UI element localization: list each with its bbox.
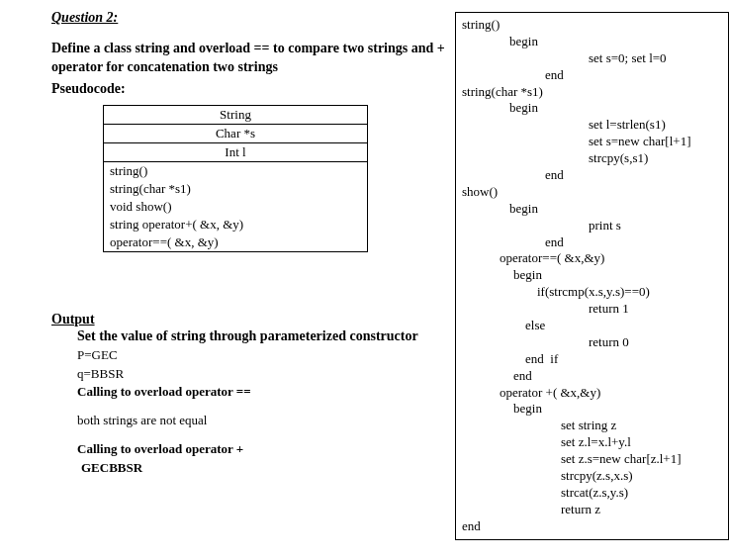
code-line: begin (462, 267, 722, 284)
code-line: string() (462, 17, 722, 34)
left-column: Question 2: Define a class string and ov… (0, 10, 455, 540)
code-line: show() (462, 184, 722, 201)
class-method: void show() (104, 198, 368, 216)
code-line: return 0 (462, 334, 722, 351)
code-panel: string() begin set s=0; set l=0 end stri… (455, 12, 729, 540)
code-line: end if (462, 351, 722, 368)
code-line: string(char *s1) (462, 84, 722, 101)
code-line: operator +( &x,&y) (462, 385, 722, 402)
output-call-plus: Calling to overload operator + (77, 440, 447, 459)
class-method: string operator+( &x, &y) (104, 216, 368, 233)
class-method: string() (104, 161, 368, 180)
class-method: operator==( &x, &y) (104, 233, 368, 252)
output-p-assign: P=GEC (77, 346, 447, 365)
question-title: Question 2: (51, 10, 447, 26)
code-line: return 1 (462, 301, 722, 318)
code-line: strcat(z.s,y.s) (462, 485, 722, 502)
code-line: print s (462, 218, 722, 234)
class-member-1: Char *s (104, 124, 368, 142)
code-line: begin (462, 34, 722, 50)
code-line: end (462, 167, 722, 184)
code-line: strcpy(s,s1) (462, 150, 722, 167)
code-line: if(strcmp(x.s,y.s)==0) (462, 284, 722, 301)
output-set-value: Set the value of string through paramete… (77, 327, 447, 346)
code-line: set string z (462, 418, 722, 434)
code-line: strcpy(z.s,x.s) (462, 468, 722, 485)
output-result: GECBBSR (81, 459, 447, 478)
question-prompt: Define a class string and overload == to… (51, 40, 447, 77)
code-line: end (462, 518, 722, 535)
class-member-2: Int l (104, 142, 368, 161)
code-line: set s=new char[l+1] (462, 134, 722, 150)
output-call-eq: Calling to overload operator == (77, 383, 447, 402)
code-line: operator==( &x,&y) (462, 250, 722, 267)
pseudocode-label: Pseudocode: (51, 81, 447, 97)
code-line: set l=strlen(s1) (462, 117, 722, 134)
code-line: set s=0; set l=0 (462, 50, 722, 67)
output-q-assign: q=BBSR (77, 365, 447, 384)
class-method: string(char *s1) (104, 180, 368, 198)
code-line: end (462, 368, 722, 385)
output-heading: Output (51, 312, 447, 327)
class-table: String Char *s Int l string() string(cha… (103, 105, 368, 252)
code-line: else (462, 318, 722, 334)
code-line: end (462, 234, 722, 251)
code-line: end (462, 67, 722, 84)
code-line: begin (462, 100, 722, 117)
code-line: set z.s=new char[z.l+1] (462, 451, 722, 468)
code-line: set z.l=x.l+y.l (462, 434, 722, 451)
code-line: begin (462, 401, 722, 418)
code-line: return z (462, 502, 722, 518)
class-name: String (104, 105, 368, 124)
output-not-equal: both strings are not equal (77, 412, 447, 430)
code-line: begin (462, 201, 722, 218)
